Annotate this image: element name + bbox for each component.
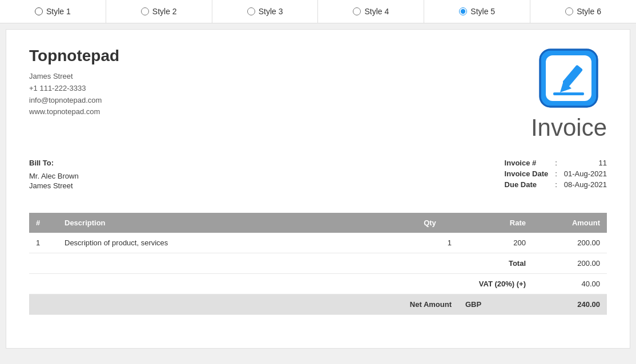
invoice-container: Topnotepad James Street +1 111-222-3333 … [6,29,630,349]
style-radio-6[interactable] [565,7,573,15]
style-option-4[interactable]: Style 4 [318,0,424,23]
invoice-title: Invoice [531,114,607,141]
total-spacer [29,253,458,274]
col-qty-header: Qty [401,213,458,233]
invoice-date-value: 01-Aug-2021 [564,169,607,178]
invoice-num-colon: : [555,159,557,167]
net-currency: GBP [458,294,533,315]
style-radio-1[interactable] [35,7,43,15]
bill-to-address: James Street [29,181,79,190]
company-street: James Street [29,71,119,83]
vat-row: VAT (20%) (+) 40.00 [29,274,607,294]
invoice-header: Topnotepad James Street +1 111-222-3333 … [29,47,607,141]
vat-spacer [29,274,458,294]
invoice-num-value: 11 [564,159,607,167]
company-info: Topnotepad James Street +1 111-222-3333 … [29,47,119,118]
net-amount-row: Net Amount GBP 240.00 [29,294,607,315]
style-label-6: Style 6 [577,7,601,16]
bill-to-name: Mr. Alec Brown [29,172,79,180]
invoice-num-label: Invoice # [505,159,549,167]
svg-rect-5 [553,92,584,95]
company-phone: +1 111-222-3333 [29,83,119,95]
invoice-table: # Description Qty Rate Amount 1 Descript… [29,213,607,315]
total-row: Total 200.00 [29,253,607,274]
style-radio-2[interactable] [141,7,149,15]
invoice-date-label: Invoice Date [505,169,549,178]
style-selector-bar: Style 1 Style 2 Style 3 Style 4 Style 5 … [0,0,636,23]
invoice-date-colon: : [555,169,557,178]
style-label-5: Style 5 [470,7,495,16]
style-option-5[interactable]: Style 5 [424,0,530,23]
company-logo-icon [537,47,600,110]
style-option-3[interactable]: Style 3 [212,0,319,23]
net-label: Net Amount [401,294,458,315]
row-amount: 200.00 [533,233,607,253]
due-date-colon: : [555,180,557,189]
row-rate: 200 [458,233,533,253]
style-label-1: Style 1 [46,7,71,16]
company-website: www.topnotepad.com [29,106,119,118]
style-option-2[interactable]: Style 2 [106,0,212,23]
col-amount-header: Amount [533,213,607,233]
company-email: info@topnotepad.com [29,95,119,107]
net-value: 240.00 [533,294,607,315]
table-row: 1 Description of product, services 1 200… [29,233,607,253]
style-radio-4[interactable] [353,7,361,15]
due-date-value: 08-Aug-2021 [564,180,607,189]
total-value: 200.00 [533,253,607,274]
logo-area: Invoice [531,47,607,141]
row-num: 1 [29,233,58,253]
net-spacer [29,294,401,315]
middle-section: Bill To: Mr. Alec Brown James Street Inv… [29,159,607,201]
style-label-3: Style 3 [259,7,283,16]
col-desc-header: Description [58,213,401,233]
style-option-1[interactable]: Style 1 [0,0,106,23]
invoice-meta: Invoice # : 11 Invoice Date : 01-Aug-202… [505,159,607,189]
bill-to-label: Bill To: [29,159,79,167]
style-label-4: Style 4 [364,7,389,16]
style-option-6[interactable]: Style 6 [530,0,636,23]
style-radio-3[interactable] [247,7,255,15]
col-rate-header: Rate [458,213,533,233]
row-description: Description of product, services [58,233,401,253]
vat-value: 40.00 [533,274,607,294]
total-label: Total [458,253,533,274]
due-date-label: Due Date [505,180,549,189]
col-num-header: # [29,213,58,233]
table-header-row: # Description Qty Rate Amount [29,213,607,233]
vat-label: VAT (20%) (+) [458,274,533,294]
company-name: Topnotepad [29,47,119,65]
bill-to-section: Bill To: Mr. Alec Brown James Street [29,159,79,190]
style-label-2: Style 2 [152,7,177,16]
row-qty: 1 [401,233,458,253]
style-radio-5[interactable] [459,7,467,15]
